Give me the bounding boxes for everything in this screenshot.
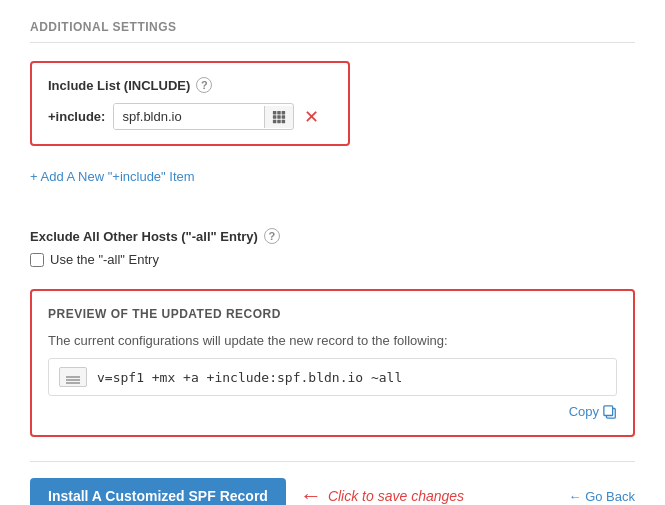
exclude-title-text: Exclude All Other Hosts ("-all" Entry): [30, 229, 258, 244]
copy-label: Copy: [569, 404, 599, 419]
include-list-title-text: Include List (INCLUDE): [48, 78, 190, 93]
all-entry-label: Use the "-all" Entry: [50, 252, 159, 267]
arrow-hint: ← Click to save changes: [300, 485, 464, 505]
all-entry-checkbox[interactable]: [30, 253, 44, 267]
svg-rect-7: [278, 119, 282, 123]
include-row: +include: ✕: [48, 103, 332, 130]
include-input[interactable]: [114, 104, 264, 129]
svg-rect-6: [273, 119, 277, 123]
exclude-title: Exclude All Other Hosts ("-all" Entry) ?: [30, 228, 635, 244]
copy-icon: [603, 405, 617, 419]
install-button[interactable]: Install A Customized SPF Record: [30, 478, 286, 505]
grid-icon: [272, 110, 286, 124]
preview-box: PREVIEW OF THE UPDATED RECORD The curren…: [30, 289, 635, 437]
include-input-wrap: [113, 103, 294, 130]
preview-record-icon: [59, 367, 87, 387]
section-title: ADDITIONAL SETTINGS: [30, 20, 635, 43]
svg-rect-0: [273, 110, 277, 114]
include-list-box: Include List (INCLUDE) ? +include:: [30, 61, 350, 146]
footer-left: Install A Customized SPF Record ← Click …: [30, 478, 464, 505]
svg-rect-10: [604, 405, 613, 415]
exclude-help-icon[interactable]: ?: [264, 228, 280, 244]
add-include-link[interactable]: + Add A New "+include" Item: [30, 169, 195, 184]
svg-rect-1: [278, 110, 282, 114]
include-prefix-label: +include:: [48, 109, 105, 124]
exclude-section: Exclude All Other Hosts ("-all" Entry) ?…: [30, 228, 635, 267]
svg-rect-8: [282, 119, 286, 123]
click-save-text: Click to save changes: [328, 488, 464, 504]
svg-rect-3: [273, 115, 277, 119]
footer-row: Install A Customized SPF Record ← Click …: [30, 461, 635, 505]
svg-rect-2: [282, 110, 286, 114]
preview-record-text: v=spf1 +mx +a +include:spf.bldn.io ~all: [97, 370, 402, 385]
exclude-checkbox-row: Use the "-all" Entry: [30, 252, 635, 267]
go-back-link[interactable]: ← Go Back: [569, 489, 635, 504]
arrow-icon: ←: [300, 485, 322, 505]
preview-description: The current configurations will update t…: [48, 333, 617, 348]
delete-include-button[interactable]: ✕: [302, 106, 321, 128]
add-include-link-text: + Add A New "+include" Item: [30, 169, 195, 184]
svg-rect-4: [278, 115, 282, 119]
go-back-text: ← Go Back: [569, 489, 635, 504]
include-help-icon[interactable]: ?: [196, 77, 212, 93]
include-list-label: Include List (INCLUDE) ?: [48, 77, 332, 93]
copy-link[interactable]: Copy: [48, 404, 617, 419]
preview-record-wrap: v=spf1 +mx +a +include:spf.bldn.io ~all: [48, 358, 617, 396]
preview-title: PREVIEW OF THE UPDATED RECORD: [48, 307, 617, 321]
input-grid-icon-button[interactable]: [264, 106, 293, 128]
svg-rect-5: [282, 115, 286, 119]
